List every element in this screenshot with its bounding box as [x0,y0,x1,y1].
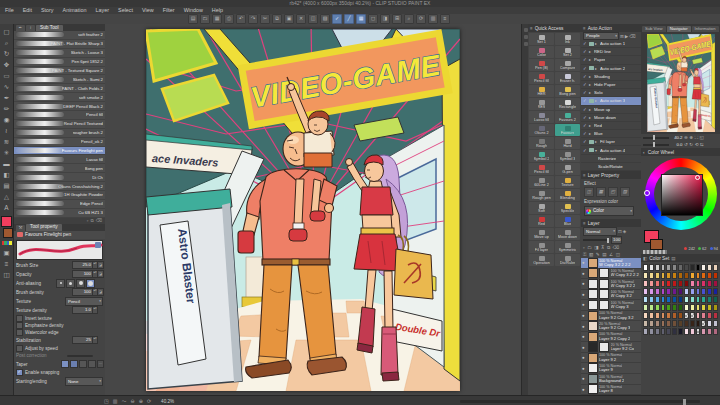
visibility-eye-icon[interactable]: ● [582,271,586,276]
color-swatch[interactable] [701,312,706,319]
tab-tool-property[interactable]: Tool property [26,224,62,231]
quick-access-item[interactable]: Symbol 2 [529,150,554,162]
layer-thumbnail[interactable] [588,374,598,384]
color-swatch[interactable] [696,264,701,271]
color-swatch[interactable] [690,312,695,319]
preview-settings-button[interactable] [95,242,101,248]
tool-icon[interactable]: ✥ [1,59,12,70]
color-swatch[interactable] [713,272,718,279]
action-check-icon[interactable]: ✓ [583,123,588,128]
color-swatch[interactable] [713,304,718,311]
quick-access-item[interactable]: Favours 2 [555,111,580,123]
color-swatch[interactable] [666,320,671,327]
palette-icon[interactable]: ▤ [602,251,606,258]
toolbar-icon[interactable]: ╱ [344,14,354,24]
color-swatch[interactable] [643,312,648,319]
canvas-pasteboard[interactable]: VIDEO-GAME ace Invaders [105,24,521,395]
visibility-eye-icon[interactable]: ● [582,345,586,350]
toolbar-icon[interactable]: ✓ [332,14,342,24]
layer-mask-thumbnail[interactable] [599,268,609,278]
visibility-eye-icon[interactable]: ● [582,376,586,381]
color-swatch[interactable] [661,328,666,335]
brush-item[interactable]: PAINT - Textured Square 2 [14,67,105,76]
quick-access-item[interactable]: Symmetric [555,241,580,253]
quick-access-item[interactable]: Soft [529,202,554,214]
tool-icon[interactable]: ▤ [1,180,12,191]
layer-row[interactable]: ● 100 % Normal Layer 9 [581,363,641,374]
quick-access-item[interactable]: Move down [555,228,580,240]
quick-access-item[interactable]: Fil layer [529,241,554,253]
menu-item[interactable]: File [5,7,14,14]
color-swatch[interactable] [666,312,671,319]
visibility-eye-icon[interactable]: ● [582,355,586,360]
color-swatch[interactable] [672,312,677,319]
action-check-icon[interactable]: ✓ [583,98,588,103]
color-swatch[interactable] [655,264,660,271]
brush-item[interactable]: 1H Graphite Powder [14,191,105,200]
taper-option-2[interactable] [70,360,78,368]
quick-access-item[interactable]: Symbol 3 [555,150,580,162]
layer-row[interactable]: ● 100 % Normal Background 2 [581,374,641,385]
brush-item[interactable]: Real Pencil Textured [14,120,105,129]
brush-item[interactable]: rougher brush 2 [14,129,105,138]
brush-item[interactable]: Pencil fill [14,111,105,120]
visibility-eye-icon[interactable]: ● [582,324,586,329]
quick-access-item[interactable]: Texture [555,176,580,188]
layer-thumbnail[interactable] [588,279,598,289]
color-swatch[interactable] [649,320,654,327]
layer-row[interactable]: ● 100 % Normal Layer 8 [581,385,641,396]
stabilization-input[interactable]: 25 [72,336,93,344]
blend-mode-dropdown[interactable]: Normal [583,227,617,236]
color-swatch[interactable] [690,280,695,287]
mask-icon[interactable]: ◨ [594,244,598,251]
transparent-color-swatch[interactable] [643,250,667,254]
quick-access-item[interactable]: Pen (B) [529,59,554,71]
brush-item[interactable]: DEEP Pencil Black 2 [14,102,105,111]
opacity-input[interactable]: 100 [72,270,93,278]
color-swatch[interactable] [713,320,718,327]
lock-icon[interactable]: ◈ [623,229,626,234]
sub-color-swatch[interactable] [650,239,663,250]
color-swatch[interactable] [672,320,677,327]
layer-thumbnail[interactable] [588,300,598,310]
wrench-tab-icon[interactable]: ⚒ [16,225,25,231]
color-swatch[interactable] [649,264,654,271]
watercolor-edge-checkbox[interactable] [16,329,23,336]
brush-item[interactable]: Lasso fill [14,155,105,164]
color-swatch[interactable] [707,288,712,295]
layer-thumbnail[interactable] [588,289,598,299]
quick-access-item[interactable]: Ink [555,33,580,45]
taper-option-4[interactable] [88,360,96,368]
flip-horizontal-icon[interactable]: ⇆ [700,141,704,148]
brush-item[interactable]: Favours Finelight pen [14,147,105,156]
color-swatch[interactable] [684,312,689,319]
color-swatch[interactable] [690,320,695,327]
play-action-icon[interactable]: ▶ [625,34,628,39]
color-swatch[interactable] [713,288,718,295]
aa-none-button[interactable] [56,279,65,288]
quick-access-item[interactable]: Set 1 [529,33,554,45]
layer-thumbnail[interactable] [588,268,598,278]
actual-size-icon[interactable]: ◱ [699,134,703,141]
auto-action-item[interactable]: ✓ ▸ Hide Paper [581,81,641,89]
quick-access-item[interactable]: 60Line 2 [529,176,554,188]
color-swatch[interactable] [655,328,660,335]
auto-action-item[interactable]: ✓ Scale/Rotate [581,163,641,171]
color-swatch[interactable] [701,320,706,327]
color-swatch[interactable] [643,264,648,271]
color-swatch[interactable] [649,312,654,319]
color-swatch[interactable] [696,328,701,335]
color-swatch[interactable] [690,264,695,271]
status-icon[interactable]: ⟳ [147,398,151,404]
effect-border-icon[interactable]: ◫ [584,187,594,197]
effect-tone-icon[interactable]: ▦ [596,187,606,197]
auto-action-item[interactable]: ✓ ▸ Auto action 3 [581,97,641,105]
toolbar-icon[interactable]: ⊞ [392,14,402,24]
visibility-eye-icon[interactable]: ● [582,281,586,286]
color-swatch[interactable] [643,328,648,335]
color-swatch[interactable] [655,272,660,279]
tool-icon[interactable]: ◫ [1,269,12,280]
fit-screen-icon[interactable]: ⛶ [695,134,698,141]
status-icon[interactable]: ⊖ [130,398,134,404]
zoom-in-icon[interactable]: ⊕ [689,134,693,141]
